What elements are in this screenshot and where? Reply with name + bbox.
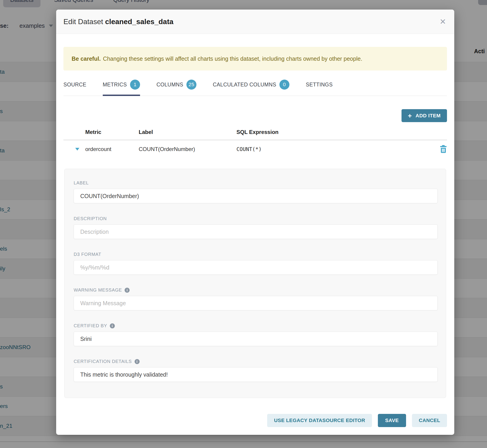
warning-message-input[interactable]: [74, 296, 438, 310]
calculated-columns-count-badge: 0: [279, 80, 289, 90]
use-legacy-datasource-editor-button[interactable]: USE LEGACY DATASOURCE EDITOR: [267, 414, 372, 427]
description-input[interactable]: [74, 224, 438, 239]
plus-icon: +: [408, 112, 412, 119]
warning-banner: Be careful. Changing these settings will…: [64, 47, 447, 71]
metric-name: ordercount: [85, 146, 139, 152]
tab-metrics-label: METRICS: [103, 82, 127, 88]
add-item-button[interactable]: + ADD ITEM: [401, 109, 447, 122]
certification-details-input[interactable]: [74, 367, 438, 382]
modal-body: Be careful. Changing these settings will…: [56, 47, 454, 398]
modal-title: Edit Dataset cleaned_sales_data: [64, 17, 174, 26]
label-input[interactable]: [74, 189, 438, 203]
cancel-button[interactable]: CANCEL: [412, 414, 447, 427]
tab-columns[interactable]: COLUMNS 25: [156, 80, 196, 96]
description-field-heading: DESCRIPTION: [74, 216, 438, 221]
tab-calculated-columns-label: CALCULATED COLUMNS: [213, 82, 276, 88]
tab-metrics[interactable]: METRICS 1: [103, 80, 140, 96]
certification-details-field-group: CERTIFICATION DETAILS i: [74, 359, 438, 382]
add-item-row: + ADD ITEM: [64, 109, 447, 122]
info-icon: i: [125, 288, 130, 293]
certified-by-field-group: CERTIFIED BY i: [74, 323, 438, 346]
modal-tabs: SOURCE METRICS 1 COLUMNS 25 CALCULATED C…: [64, 80, 447, 96]
tab-source[interactable]: SOURCE: [64, 80, 86, 96]
add-item-label: ADD ITEM: [415, 113, 441, 119]
metric-table-header: Metric Label SQL Expression: [64, 129, 447, 141]
modal-footer: USE LEGACY DATASOURCE EDITOR SAVE CANCEL: [267, 414, 447, 427]
modal-title-prefix: Edit Dataset: [64, 17, 103, 26]
description-field-group: DESCRIPTION: [74, 216, 438, 239]
metric-column-header: Metric: [85, 129, 139, 135]
tab-source-label: SOURCE: [64, 82, 86, 88]
metric-detail-panel: LABEL DESCRIPTION D3 FORMAT: [64, 169, 446, 398]
warning-banner-bold: Be careful.: [72, 56, 101, 62]
page: Datasets Saved Queries Query History se:…: [0, 0, 487, 448]
delete-metric-button[interactable]: [440, 145, 447, 153]
certified-by-field-heading: CERTIFIED BY i: [74, 323, 438, 328]
close-icon[interactable]: ✕: [440, 18, 446, 25]
collapse-caret-icon[interactable]: [75, 148, 79, 151]
tab-calculated-columns[interactable]: CALCULATED COLUMNS 0: [213, 80, 289, 96]
warning-message-field-heading: WARNING MESSAGE i: [74, 288, 438, 293]
tab-settings[interactable]: SETTINGS: [306, 80, 333, 96]
label-field-group: LABEL: [74, 180, 438, 203]
tab-settings-label: SETTINGS: [306, 82, 333, 88]
metrics-count-badge: 1: [130, 80, 140, 90]
warning-banner-text: Changing these settings will affect all …: [103, 56, 362, 62]
sql-expression-column-header: SQL Expression: [236, 129, 434, 135]
d3-format-input[interactable]: [74, 260, 438, 275]
certified-by-input[interactable]: [74, 332, 438, 346]
d3-format-field-group: D3 FORMAT: [74, 252, 438, 275]
certification-details-field-heading: CERTIFICATION DETAILS i: [74, 359, 438, 364]
info-icon: i: [135, 359, 140, 364]
columns-count-badge: 25: [186, 80, 196, 90]
save-button[interactable]: SAVE: [378, 414, 406, 427]
label-column-header: Label: [139, 129, 236, 135]
metric-sql-expression: COUNT(*): [236, 146, 434, 152]
modal-header: Edit Dataset cleaned_sales_data ✕: [56, 9, 454, 34]
dataset-name: cleaned_sales_data: [105, 17, 174, 26]
edit-dataset-modal: Edit Dataset cleaned_sales_data ✕ Be car…: [56, 9, 454, 435]
metric-label: COUNT(OrderNumber): [139, 146, 236, 152]
d3-format-field-heading: D3 FORMAT: [74, 252, 438, 257]
info-icon: i: [110, 323, 115, 328]
metric-row: ordercount COUNT(OrderNumber) COUNT(*): [64, 141, 447, 158]
trash-icon: [440, 145, 447, 153]
label-field-heading: LABEL: [74, 180, 438, 185]
tab-columns-label: COLUMNS: [156, 82, 183, 88]
warning-message-field-group: WARNING MESSAGE i: [74, 288, 438, 310]
